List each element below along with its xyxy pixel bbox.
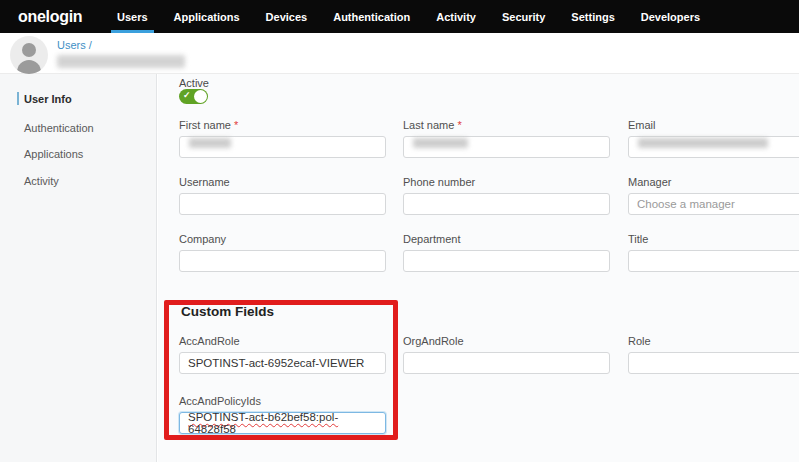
title-field: Title	[628, 233, 799, 272]
sidebar-item-applications[interactable]: Applications	[0, 146, 156, 162]
department-label: Department	[403, 233, 610, 245]
department-input[interactable]	[403, 250, 610, 272]
acc-and-policy-ids-input[interactable]: SPOTINST-act-b62bef58:pol-64828f58	[179, 412, 386, 434]
last-name-field: Last name*	[403, 119, 610, 158]
phone-number-input[interactable]	[403, 193, 610, 215]
manager-field: Manager	[628, 176, 799, 215]
username-input[interactable]	[179, 193, 386, 215]
username-label: Username	[179, 176, 386, 188]
active-toggle[interactable]: ✓	[179, 89, 208, 104]
phone-number-label: Phone number	[403, 176, 610, 188]
username-field: Username	[179, 176, 386, 215]
toggle-knob	[194, 90, 207, 103]
nav-item-applications[interactable]: Applications	[161, 0, 253, 33]
company-input[interactable]	[179, 250, 386, 272]
top-navigation-bar: onelogin Users Applications Devices Auth…	[0, 0, 799, 33]
acc-and-policy-ids-label: AccAndPolicyIds	[179, 395, 386, 407]
manager-input[interactable]	[628, 193, 799, 215]
role-label: Role	[628, 335, 799, 347]
breadcrumb-users-link[interactable]: Users /	[57, 39, 92, 51]
sidebar: User Info Authentication Applications Ac…	[0, 74, 157, 462]
last-name-label: Last name*	[403, 119, 610, 131]
sidebar-item-authentication[interactable]: Authentication	[0, 120, 156, 136]
first-name-field: First name*	[179, 119, 386, 158]
department-field: Department	[403, 233, 610, 272]
phone-number-field: Phone number	[403, 176, 610, 215]
org-and-role-input[interactable]	[403, 352, 610, 374]
acc-and-role-label: AccAndRole	[179, 335, 386, 347]
redacted-user-name	[57, 55, 185, 68]
nav-items: Users Applications Devices Authenticatio…	[104, 0, 713, 33]
page-header: Users /	[0, 33, 799, 74]
active-toggle-label: Active	[179, 77, 209, 89]
avatar-shoulders	[17, 60, 41, 74]
onelogin-logo: onelogin	[18, 8, 94, 26]
email-label: Email	[628, 119, 799, 131]
nav-item-security[interactable]: Security	[489, 0, 558, 33]
org-and-role-field: OrgAndRole	[403, 335, 610, 374]
nav-item-developers[interactable]: Developers	[628, 0, 713, 33]
org-and-role-label: OrgAndRole	[403, 335, 610, 347]
company-field: Company	[179, 233, 386, 272]
acc-and-policy-ids-field: AccAndPolicyIds SPOTINST-act-b62bef58:po…	[179, 395, 386, 434]
redacted-value	[189, 138, 231, 148]
user-avatar-icon	[10, 36, 48, 74]
custom-fields-heading: Custom Fields	[181, 304, 274, 319]
company-label: Company	[179, 233, 386, 245]
sidebar-item-activity[interactable]: Activity	[0, 173, 156, 189]
required-asterisk: *	[457, 119, 461, 131]
title-input[interactable]	[628, 250, 799, 272]
nav-item-users[interactable]: Users	[104, 0, 161, 33]
toggle-check-icon: ✓	[183, 90, 191, 100]
avatar-head	[22, 43, 36, 57]
acc-and-role-field: AccAndRole	[179, 335, 386, 374]
nav-item-authentication[interactable]: Authentication	[320, 0, 423, 33]
redacted-value	[413, 138, 468, 148]
role-field: Role	[628, 335, 799, 374]
required-asterisk: *	[234, 119, 238, 131]
acc-and-policy-ids-value: SPOTINST-act-b62bef58:pol-64828f58	[188, 411, 377, 435]
acc-and-role-input[interactable]	[179, 352, 386, 374]
user-info-form: Active ✓ First name* Last name* Email Us…	[158, 74, 799, 462]
manager-label: Manager	[628, 176, 799, 188]
onelogin-user-page: onelogin Users Applications Devices Auth…	[0, 0, 799, 462]
nav-item-devices[interactable]: Devices	[253, 0, 321, 33]
role-input[interactable]	[628, 352, 799, 374]
title-label: Title	[628, 233, 799, 245]
nav-item-activity[interactable]: Activity	[423, 0, 489, 33]
first-name-label: First name*	[179, 119, 386, 131]
email-field: Email	[628, 119, 799, 158]
redacted-value	[638, 138, 768, 148]
nav-item-settings[interactable]: Settings	[558, 0, 627, 33]
sidebar-item-user-info[interactable]: User Info	[0, 91, 156, 107]
